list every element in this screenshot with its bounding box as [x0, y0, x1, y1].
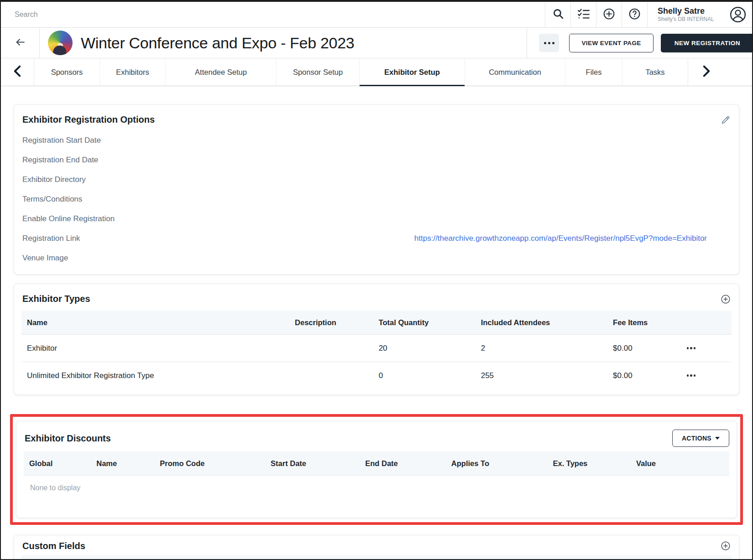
field-label: Enable Online Registration [22, 214, 314, 223]
column-header: Ex. Types [553, 459, 636, 468]
actions-dropdown-button[interactable]: ACTIONS [672, 430, 729, 447]
caret-down-icon [715, 437, 720, 440]
tab-communication[interactable]: Communication [465, 58, 565, 86]
field-label: Registration Start Date [22, 136, 314, 145]
column-header: Promo Code [160, 459, 271, 468]
row-menu-button[interactable] [687, 347, 696, 349]
tab-exhibitor-setup[interactable]: Exhibitor Setup [360, 58, 465, 86]
chevron-left-icon [14, 65, 21, 79]
cell-name: Unlimited Exhibitor Registration Type [21, 371, 295, 380]
new-registration-button[interactable]: NEW REGISTRATION [661, 34, 752, 52]
more-options-button[interactable] [539, 34, 559, 52]
tab-tasks[interactable]: Tasks [622, 58, 688, 86]
event-header: Winter Conference and Expo - Feb 2023 VI… [1, 28, 752, 58]
column-header: Fee Items [613, 318, 687, 327]
column-header: Global [24, 459, 96, 468]
search-input[interactable] [15, 10, 492, 19]
field-row: Exhibitor Directory [21, 170, 732, 189]
exhibitor-types-card: Exhibitor Types Name Description Total Q… [14, 284, 739, 395]
global-search [1, 2, 545, 27]
cell-total-quantity: 20 [379, 344, 481, 353]
column-header: Start Date [271, 459, 365, 468]
column-header: Total Quantity [379, 318, 481, 327]
tab-bar: Sponsors Exhibitors Attendee Setup Spons… [1, 58, 752, 86]
tab-sponsor-setup[interactable]: Sponsor Setup [277, 58, 360, 86]
empty-state-text: None to display [24, 475, 729, 512]
field-row: Registration Start Date [21, 130, 732, 150]
main-content: Exhibitor Registration Options Registrat… [1, 86, 752, 560]
plus-circle-icon [721, 545, 731, 552]
back-button[interactable] [1, 28, 39, 58]
row-menu-button[interactable] [687, 374, 696, 377]
tab-label: Files [586, 68, 602, 77]
user-menu[interactable]: Shelly Satre Shelly's DB INTERNAL [647, 2, 752, 27]
tab-label: Attendee Setup [195, 68, 247, 77]
avatar-icon [723, 6, 747, 23]
chevron-right-icon [703, 65, 710, 79]
add-custom-field-button[interactable] [720, 540, 732, 552]
arrow-left-icon [14, 36, 26, 50]
field-label: Venue Image [22, 254, 314, 263]
tab-label: Communication [489, 68, 541, 77]
pencil-icon [721, 119, 731, 126]
edit-button[interactable] [720, 114, 732, 126]
column-header: Name [21, 318, 295, 327]
column-header: Included Attendees [481, 318, 613, 327]
add-exhibitor-type-button[interactable] [720, 293, 732, 305]
tab-sponsors[interactable]: Sponsors [34, 58, 100, 86]
red-highlight-annotation: Exhibitor Discounts ACTIONS Global Name … [10, 414, 743, 525]
search-button[interactable] [545, 2, 570, 27]
exhibitor-registration-options-card: Exhibitor Registration Options Registrat… [14, 104, 739, 275]
tab-label: Exhibitor Setup [384, 68, 440, 77]
column-header: Name [96, 459, 160, 468]
field-row: Registration End Date [21, 150, 732, 170]
cell-fee-items: $0.00 [613, 344, 687, 353]
table-header-row: Global Name Promo Code Start Date End Da… [24, 451, 729, 475]
card-title: Exhibitor Discounts [24, 433, 111, 444]
field-label: Registration End Date [22, 156, 314, 165]
card-title: Custom Fields [21, 540, 85, 551]
tab-exhibitors[interactable]: Exhibitors [100, 58, 166, 86]
quick-add-button[interactable] [596, 2, 622, 27]
user-name: Shelly Satre [658, 6, 714, 16]
checklist-icon [577, 8, 590, 21]
column-header: End Date [365, 459, 451, 468]
tab-label: Sponsors [51, 68, 83, 77]
exhibitor-discounts-card: Exhibitor Discounts ACTIONS Global Name … [16, 421, 737, 518]
cell-included-attendees: 2 [481, 344, 613, 353]
tasks-list-button[interactable] [570, 2, 596, 27]
tab-label: Sponsor Setup [293, 68, 343, 77]
cell-name: Exhibitor [21, 344, 295, 353]
table-row: Unlimited Exhibitor Registration Type 0 … [21, 362, 732, 389]
tab-attendee-setup[interactable]: Attendee Setup [166, 58, 277, 86]
registration-link[interactable]: https://thearchive.growthzoneapp.com/ap/… [414, 234, 707, 243]
card-title: Exhibitor Types [21, 293, 90, 304]
page-title: Winter Conference and Expo - Feb 2023 [81, 34, 354, 52]
user-org: Shelly's DB INTERNAL [658, 16, 714, 23]
tab-label: Exhibitors [116, 68, 149, 77]
field-row-registration-link: Registration Link https://thearchive.gro… [21, 228, 732, 248]
view-event-page-button[interactable]: VIEW EVENT PAGE [569, 34, 653, 52]
card-title: Exhibitor Registration Options [21, 114, 155, 125]
divider [39, 28, 40, 58]
cell-included-attendees: 255 [481, 371, 613, 380]
field-label: Registration Link [22, 234, 314, 243]
top-bar: Shelly Satre Shelly's DB INTERNAL [1, 2, 752, 28]
table-header-row: Name Description Total Quantity Included… [21, 311, 732, 334]
divider [527, 28, 527, 58]
field-row: Enable Online Registration [21, 209, 732, 228]
column-header: Value [636, 459, 729, 468]
help-button[interactable] [622, 2, 647, 27]
tabs-scroll-left-button[interactable] [1, 58, 34, 86]
tab-label: Tasks [645, 68, 664, 77]
tabs-scroll-right-button[interactable] [688, 58, 724, 86]
field-row: Terms/Conditions [21, 189, 732, 209]
cell-total-quantity: 0 [379, 371, 481, 380]
custom-fields-card: Custom Fields Object Type Display Name F… [14, 535, 739, 560]
tab-files[interactable]: Files [565, 58, 622, 86]
actions-label: ACTIONS [682, 435, 711, 442]
event-actions: VIEW EVENT PAGE NEW REGISTRATION [527, 28, 752, 58]
search-icon [552, 8, 564, 21]
plus-circle-icon [603, 8, 615, 22]
field-label: Exhibitor Directory [22, 175, 314, 184]
